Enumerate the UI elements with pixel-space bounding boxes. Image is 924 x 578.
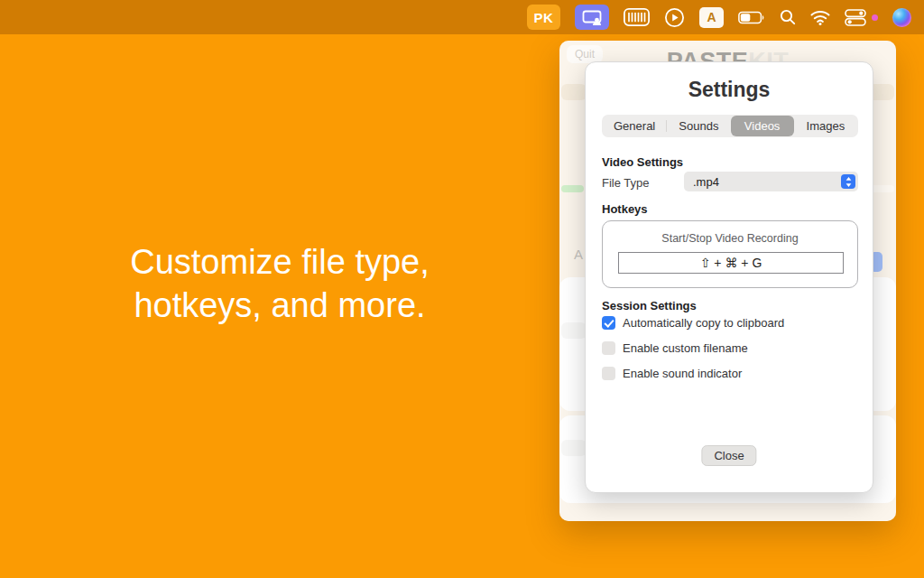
pastekit-app-icon[interactable]: PK <box>527 5 560 30</box>
hotkey-action-label: Start/Stop Video Recording <box>603 232 857 245</box>
option-custom-filename[interactable]: Enable custom filename <box>602 341 748 355</box>
checkbox-unchecked-icon[interactable] <box>602 367 615 380</box>
hero-headline-line1: Customize file type, <box>99 240 460 284</box>
control-center-icon[interactable] <box>845 9 866 26</box>
play-circle-icon[interactable] <box>664 7 685 28</box>
settings-title: Settings <box>586 78 873 102</box>
search-icon[interactable] <box>780 9 796 25</box>
video-settings-heading: Video Settings <box>602 155 683 169</box>
session-settings-heading: Session Settings <box>602 299 697 312</box>
option-auto-copy[interactable]: Automatically copy to clipboard <box>602 316 784 330</box>
file-type-select[interactable]: .mp4 <box>684 172 858 191</box>
tab-images[interactable]: Images <box>794 116 857 136</box>
settings-panel: Settings General Sounds Videos Images Vi… <box>585 61 873 493</box>
screen-share-icon[interactable] <box>575 5 609 30</box>
pastekit-app-label: PK <box>534 10 554 25</box>
tab-sounds[interactable]: Sounds <box>667 116 730 136</box>
hotkey-combo-field[interactable]: ⇧ + ⌘ + G <box>618 252 844 274</box>
checkbox-checked-icon[interactable] <box>602 316 615 330</box>
hotkey-group: Start/Stop Video Recording ⇧ + ⌘ + G <box>602 220 858 288</box>
wifi-icon[interactable] <box>810 10 830 25</box>
recording-dot-icon <box>872 14 878 21</box>
siri-icon[interactable] <box>892 8 911 27</box>
checkbox-unchecked-icon[interactable] <box>602 341 615 355</box>
close-button[interactable]: Close <box>701 445 756 466</box>
tab-general[interactable]: General <box>603 116 666 136</box>
option-label: Enable custom filename <box>623 341 748 355</box>
input-source-icon[interactable]: A <box>699 7 724 28</box>
input-source-label: A <box>707 10 716 24</box>
menu-bar: PK <box>0 0 924 34</box>
file-type-value: .mp4 <box>684 175 841 189</box>
battery-icon[interactable] <box>738 11 765 24</box>
option-label: Enable sound indicator <box>623 367 742 380</box>
option-label: Automatically copy to clipboard <box>623 316 784 330</box>
status-items: PK <box>527 5 911 30</box>
tab-videos[interactable]: Videos <box>731 116 794 136</box>
hero-headline: Customize file type, hotkeys, and more. <box>99 240 460 327</box>
file-type-label: File Type <box>602 176 650 190</box>
select-stepper-icon <box>841 174 855 189</box>
settings-tabs: General Sounds Videos Images <box>602 115 858 137</box>
barcode-icon[interactable] <box>624 8 650 26</box>
hotkeys-heading: Hotkeys <box>602 202 648 216</box>
option-sound-indicator[interactable]: Enable sound indicator <box>602 367 742 380</box>
hero-headline-line2: hotkeys, and more. <box>99 284 460 327</box>
